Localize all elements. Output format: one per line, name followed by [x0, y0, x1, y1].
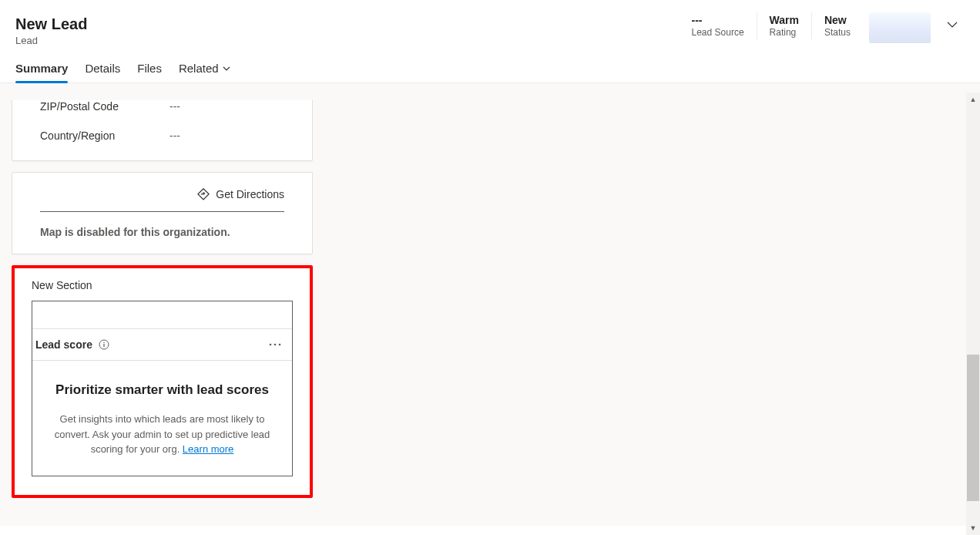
- field-label: Country/Region: [40, 130, 169, 142]
- header-field-rating[interactable]: Warm Rating: [757, 12, 811, 39]
- more-options-button[interactable]: [269, 343, 281, 346]
- field-value: ---: [169, 130, 180, 142]
- info-icon[interactable]: [99, 339, 109, 350]
- more-horizontal-icon: [269, 343, 281, 346]
- svg-point-6: [279, 344, 281, 346]
- address-row-zip[interactable]: ZIP/Postal Code ---: [40, 100, 284, 113]
- tab-bar: Summary Details Files Related: [0, 54, 980, 83]
- address-row-country[interactable]: Country/Region ---: [40, 130, 284, 142]
- page-title: New Lead: [15, 15, 87, 33]
- tab-files[interactable]: Files: [137, 54, 162, 82]
- field-label: ZIP/Postal Code: [40, 100, 169, 113]
- chevron-down-icon: [222, 64, 231, 73]
- header-field-label: Status: [824, 27, 851, 38]
- map-card: Get Directions Map is disabled for this …: [12, 172, 313, 254]
- tab-related[interactable]: Related: [179, 54, 231, 82]
- section-title: New Section: [15, 274, 310, 296]
- lead-score-blank-row: [32, 301, 292, 329]
- header-field-value: Warm: [770, 14, 799, 26]
- scroll-thumb[interactable]: [967, 355, 979, 501]
- chevron-down-icon: [946, 19, 958, 31]
- page-subtitle: Lead: [15, 35, 87, 46]
- main-empty-area: [313, 83, 980, 526]
- field-value: ---: [169, 100, 180, 113]
- svg-point-4: [270, 344, 272, 346]
- header-field-value: New: [824, 14, 851, 26]
- tab-details[interactable]: Details: [85, 54, 120, 82]
- svg-rect-3: [103, 344, 104, 347]
- learn-more-link[interactable]: Learn more: [183, 443, 233, 455]
- scroll-up-arrow[interactable]: ▲: [966, 93, 980, 106]
- header-field-label: Lead Source: [692, 27, 744, 38]
- svg-point-2: [103, 342, 105, 343]
- header-image-placeholder: [869, 12, 931, 43]
- get-directions-label: Get Directions: [216, 188, 284, 200]
- tab-summary[interactable]: Summary: [15, 54, 68, 82]
- get-directions-button[interactable]: Get Directions: [40, 188, 284, 212]
- lead-score-description: Get insights into which leads are most l…: [43, 412, 281, 457]
- header-field-label: Rating: [770, 27, 799, 38]
- directions-icon: [197, 188, 210, 200]
- svg-point-5: [274, 344, 277, 346]
- header-field-value: ---: [692, 14, 744, 26]
- header-expand-button[interactable]: [940, 12, 965, 37]
- vertical-scrollbar[interactable]: ▲ ▼: [966, 93, 980, 535]
- header-field-status[interactable]: New Status: [811, 12, 863, 39]
- address-card: ZIP/Postal Code --- Country/Region ---: [12, 100, 313, 161]
- header-field-lead-source[interactable]: --- Lead Source: [680, 12, 757, 39]
- map-disabled-message: Map is disabled for this organization.: [40, 226, 284, 238]
- highlighted-section: New Section Lead score Prioritize smarte…: [12, 265, 313, 498]
- lead-score-headline: Prioritize smarter with lead scores: [43, 382, 281, 398]
- lead-score-title: Lead score: [35, 338, 92, 351]
- scroll-down-arrow[interactable]: ▼: [966, 521, 980, 535]
- lead-score-card: Lead score Prioritize smarter with lead …: [32, 301, 293, 476]
